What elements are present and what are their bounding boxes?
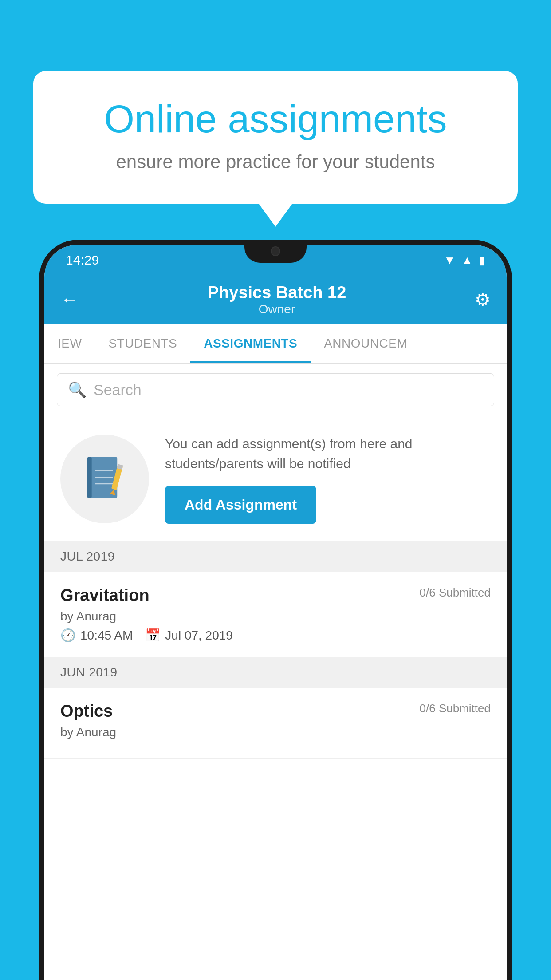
assignment-name-gravitation: Gravitation <box>60 586 150 605</box>
submitted-badge-optics: 0/6 Submitted <box>420 702 491 715</box>
phone-screen: 14:29 ▼ ▲ ▮ ← Physics Batch 12 Owner ⚙ I… <box>44 245 507 980</box>
svg-rect-2 <box>87 457 92 498</box>
assignment-top-row: Gravitation 0/6 Submitted <box>60 586 491 605</box>
speech-bubble: Online assignments ensure more practice … <box>33 71 518 204</box>
assignment-by-gravitation: by Anurag <box>60 609 491 624</box>
back-button[interactable]: ← <box>60 289 79 310</box>
submitted-badge-gravitation: 0/6 Submitted <box>420 586 491 600</box>
search-container: 🔍 Search <box>44 364 507 416</box>
status-icons: ▼ ▲ ▮ <box>444 253 485 267</box>
status-time: 14:29 <box>66 253 99 268</box>
tab-assignments[interactable]: ASSIGNMENTS <box>190 324 311 363</box>
assignment-name-optics: Optics <box>60 702 113 721</box>
tab-announcements[interactable]: ANNOUNCEM <box>311 324 421 363</box>
assignment-date: Jul 07, 2019 <box>165 628 233 643</box>
header-title: Physics Batch 12 <box>208 283 346 302</box>
search-input-wrap[interactable]: 🔍 Search <box>57 373 494 406</box>
assignment-by-optics: by Anurag <box>60 725 491 739</box>
add-assignment-section: You can add assignment(s) from here and … <box>44 416 507 541</box>
assignment-time: 10:45 AM <box>80 628 133 643</box>
add-assignment-description: You can add assignment(s) from here and … <box>165 434 491 474</box>
battery-icon: ▮ <box>479 253 485 267</box>
search-icon: 🔍 <box>68 381 87 399</box>
bubble-subtitle: ensure more practice for your students <box>64 151 487 173</box>
promo-bubble: Online assignments ensure more practice … <box>33 71 518 204</box>
notebook-icon-wrap <box>60 435 149 523</box>
assignment-top-row-optics: Optics 0/6 Submitted <box>60 702 491 721</box>
bubble-title: Online assignments <box>64 98 487 141</box>
signal-icon: ▲ <box>461 253 473 267</box>
tab-iew[interactable]: IEW <box>44 324 95 363</box>
notch <box>244 240 307 263</box>
header-center: Physics Batch 12 Owner <box>208 283 346 316</box>
header-subtitle: Owner <box>208 302 346 316</box>
tabs-bar: IEW STUDENTS ASSIGNMENTS ANNOUNCEM <box>44 324 507 364</box>
tab-students[interactable]: STUDENTS <box>95 324 190 363</box>
settings-button[interactable]: ⚙ <box>475 289 491 310</box>
search-placeholder: Search <box>94 381 142 399</box>
section-header-jul: JUL 2019 <box>44 541 507 572</box>
add-assignment-right: You can add assignment(s) from here and … <box>165 434 491 524</box>
wifi-icon: ▼ <box>444 253 456 267</box>
add-assignment-button[interactable]: Add Assignment <box>165 486 316 524</box>
clock-icon: 🕐 <box>60 628 76 643</box>
assignment-item-optics[interactable]: Optics 0/6 Submitted by Anurag <box>44 688 507 759</box>
date-meta: 📅 Jul 07, 2019 <box>145 628 233 643</box>
section-header-jun: JUN 2019 <box>44 657 507 688</box>
app-header: ← Physics Batch 12 Owner ⚙ <box>44 275 507 324</box>
phone-frame: 14:29 ▼ ▲ ▮ ← Physics Batch 12 Owner ⚙ I… <box>39 240 512 980</box>
phone-container: 14:29 ▼ ▲ ▮ ← Physics Batch 12 Owner ⚙ I… <box>39 240 512 980</box>
time-meta: 🕐 10:45 AM <box>60 628 133 643</box>
notebook-icon <box>83 454 127 503</box>
calendar-icon: 📅 <box>145 628 161 643</box>
assignment-item-gravitation[interactable]: Gravitation 0/6 Submitted by Anurag 🕐 10… <box>44 572 507 657</box>
front-camera <box>271 246 280 256</box>
assignment-meta-gravitation: 🕐 10:45 AM 📅 Jul 07, 2019 <box>60 628 491 643</box>
